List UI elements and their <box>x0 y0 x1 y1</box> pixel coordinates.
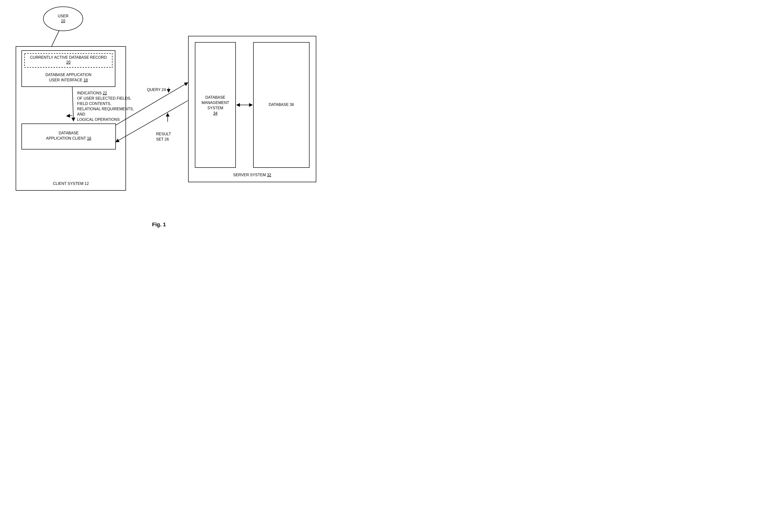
result-line2: SET 26 <box>156 137 169 141</box>
indications-text: INDICATIONS 22 OF USER SELECTED FIELDS, … <box>77 91 134 122</box>
ui-box: CURRENTLY ACTIVE DATABASE RECORD 20 DATA… <box>22 51 115 87</box>
client-app-box: DATABASE APPLICATION CLIENT 16 <box>22 124 116 149</box>
dbms-line2: MANAGEMENT <box>202 101 229 105</box>
result-line1: RESULT <box>156 132 171 136</box>
server-system-label: SERVER SYSTEM 32 <box>233 173 271 177</box>
dbms-line1: DATABASE <box>205 95 225 99</box>
database-box: DATABASE 36 <box>253 42 309 168</box>
svg-text:LOGICAL OPERATIONS: LOGICAL OPERATIONS <box>77 117 120 122</box>
dbms-ref: 34 <box>213 111 217 115</box>
svg-text:INDICATIONS 22: INDICATIONS 22 <box>77 91 107 95</box>
ui-box-line2: USER INTERFACE 18 <box>49 78 88 82</box>
diagram-canvas: USER 10 CLIENT SYSTEM 12 CURRENTLY ACTIV… <box>0 0 351 244</box>
user-to-client-connector <box>52 30 59 46</box>
svg-text:OF USER SELECTED FIELDS,: OF USER SELECTED FIELDS, <box>77 96 131 100</box>
svg-text:RELATIONAL REQUIREMENTS,: RELATIONAL REQUIREMENTS, <box>77 107 134 111</box>
active-record-ref: 20 <box>66 60 71 64</box>
indications-pointer <box>66 116 72 116</box>
client-app-line1: DATABASE <box>59 131 79 135</box>
database-label: DATABASE 36 <box>268 103 294 107</box>
client-app-line2: APPLICATION CLIENT 16 <box>46 136 91 140</box>
query-label: QUERY 24 <box>147 88 166 92</box>
figure-label: Fig. 1 <box>152 221 166 227</box>
ui-to-client-arrow <box>72 87 73 121</box>
svg-text:FIELD CONTENTS,: FIELD CONTENTS, <box>77 102 111 106</box>
user-node: USER 10 <box>43 7 83 31</box>
user-label: USER <box>58 14 68 18</box>
user-ref: 10 <box>61 19 65 23</box>
dbms-box: DATABASE MANAGEMENT SYSTEM 34 <box>195 42 235 168</box>
svg-text:AND: AND <box>77 112 85 116</box>
ui-box-line1: DATABASE APPLICATION <box>45 73 91 77</box>
active-record-label: CURRENTLY ACTIVE DATABASE RECORD <box>30 55 107 59</box>
dbms-line3: SYSTEM <box>207 106 223 110</box>
client-system-label: CLIENT SYSTEM 12 <box>53 182 89 186</box>
svg-rect-11 <box>195 42 235 168</box>
